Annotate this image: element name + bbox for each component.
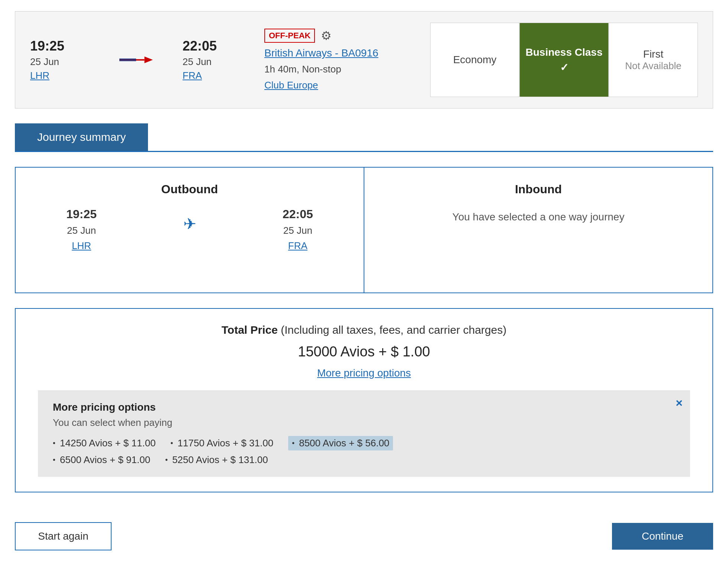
pricing-options-title: More pricing options: [53, 401, 675, 413]
arrival-time: 22:05: [183, 38, 217, 54]
cabin-link[interactable]: Club Europe: [264, 80, 408, 91]
pricing-item-1[interactable]: • 14250 Avios + $ 11.00: [53, 437, 156, 449]
departure-info: 19:25 25 Jun LHR: [30, 38, 90, 81]
start-again-button[interactable]: Start again: [15, 522, 112, 550]
inbound-box: Inbound You have selected a one way jour…: [364, 167, 713, 293]
pricing-row-2: • 6500 Avios + $ 91.00 • 5250 Avios + $ …: [53, 454, 675, 466]
outbound-content: 19:25 25 Jun LHR ✈ 22:05 25 Jun FRA: [30, 207, 349, 252]
departure-date: 25 Jun: [30, 56, 59, 68]
flight-card: 19:25 25 Jun LHR 22:05 25 Jun FRA OFF-PE…: [15, 11, 713, 109]
departure-time: 19:25: [30, 38, 64, 54]
gear-icon[interactable]: ⚙: [321, 29, 332, 43]
cabin-options: Economy Business Class ✓ First Not Avail…: [430, 23, 698, 97]
pricing-item-4-text: 6500 Avios + $ 91.00: [60, 454, 150, 466]
first-class-option[interactable]: First Not Available: [609, 23, 698, 97]
flight-badges: OFF-PEAK ⚙: [264, 29, 408, 43]
pricing-item-2-text: 11750 Avios + $ 31.00: [178, 437, 274, 449]
continue-button[interactable]: Continue: [612, 523, 713, 550]
total-price-amount: 15000 Avios + $ 1.00: [38, 344, 690, 360]
pricing-item-3[interactable]: • 8500 Avios + $ 56.00: [288, 436, 393, 450]
plane-icon: ✈: [183, 207, 196, 233]
business-class-label: Business Class: [526, 46, 603, 58]
total-price-section: Total Price (Including all taxes, fees, …: [15, 308, 713, 492]
arrival-date: 25 Jun: [183, 56, 212, 68]
business-class-option[interactable]: Business Class ✓: [519, 23, 609, 97]
departure-airport[interactable]: LHR: [30, 70, 49, 81]
outbound-dep-time: 19:25: [66, 207, 97, 221]
pricing-row-1: • 14250 Avios + $ 11.00 • 11750 Avios + …: [53, 436, 675, 450]
first-not-available: Not Available: [625, 60, 681, 72]
pricing-item-2[interactable]: • 11750 Avios + $ 31.00: [171, 437, 274, 449]
inbound-message: You have selected a one way journey: [379, 211, 698, 223]
outbound-dep-date: 25 Jun: [67, 225, 96, 236]
total-price-bold: Total Price: [222, 324, 278, 336]
airline-link[interactable]: British Airways - BA0916: [264, 47, 408, 59]
bullet-5: •: [165, 456, 168, 464]
bottom-bar: Start again Continue: [0, 511, 728, 569]
economy-option[interactable]: Economy: [430, 23, 519, 97]
pricing-item-4[interactable]: • 6500 Avios + $ 91.00: [53, 454, 150, 466]
outbound-arrival: 22:05 25 Jun FRA: [283, 207, 313, 252]
summary-boxes: Outbound 19:25 25 Jun LHR ✈ 22:05 25 Jun…: [15, 167, 713, 293]
arrival-info: 22:05 25 Jun FRA: [183, 38, 242, 81]
outbound-arr-time: 22:05: [283, 207, 313, 221]
outbound-box: Outbound 19:25 25 Jun LHR ✈ 22:05 25 Jun…: [15, 167, 364, 293]
economy-label: Economy: [453, 54, 497, 66]
flight-duration: 1h 40m, Non-stop: [264, 64, 408, 75]
outbound-arr-airport[interactable]: FRA: [288, 240, 307, 252]
journey-summary-tab[interactable]: Journey summary: [15, 123, 148, 151]
svg-rect-2: [119, 58, 136, 61]
outbound-title: Outbound: [30, 182, 349, 196]
outbound-departure: 19:25 25 Jun LHR: [66, 207, 97, 252]
first-class-label: First: [643, 48, 663, 60]
svg-marker-1: [145, 56, 153, 63]
close-pricing-options-icon[interactable]: ×: [676, 396, 683, 410]
pricing-item-5[interactable]: • 5250 Avios + $ 131.00: [165, 454, 268, 466]
flight-info: OFF-PEAK ⚙ British Airways - BA0916 1h 4…: [264, 29, 408, 91]
bullet-1: •: [53, 439, 55, 447]
off-peak-badge: OFF-PEAK: [264, 29, 315, 43]
bullet-2: •: [171, 439, 173, 447]
pricing-options-subtitle: You can select when paying: [53, 417, 675, 429]
bullet-4: •: [53, 456, 55, 464]
inbound-title: Inbound: [379, 182, 698, 196]
pricing-item-1-text: 14250 Avios + $ 11.00: [60, 437, 156, 449]
selected-checkmark: ✓: [560, 61, 568, 74]
pricing-options-box: × More pricing options You can select wh…: [38, 390, 690, 477]
pricing-item-5-text: 5250 Avios + $ 131.00: [172, 454, 268, 466]
pricing-item-3-text: 8500 Avios + $ 56.00: [299, 437, 389, 449]
outbound-dep-airport[interactable]: LHR: [72, 240, 91, 252]
outbound-arr-date: 25 Jun: [283, 225, 312, 236]
more-pricing-link-container: More pricing options: [38, 367, 690, 379]
more-pricing-link[interactable]: More pricing options: [317, 367, 411, 379]
total-price-header: Total Price (Including all taxes, fees, …: [38, 324, 690, 336]
journey-summary-section: Journey summary Outbound 19:25 25 Jun LH…: [15, 123, 713, 492]
total-price-normal: (Including all taxes, fees, and carrier …: [281, 324, 506, 336]
airline-arrow: [112, 53, 160, 67]
tab-bar: Journey summary: [15, 123, 713, 152]
pricing-options-list: • 14250 Avios + $ 11.00 • 11750 Avios + …: [53, 436, 675, 466]
arrival-airport[interactable]: FRA: [183, 70, 202, 81]
bullet-3: •: [292, 439, 294, 447]
